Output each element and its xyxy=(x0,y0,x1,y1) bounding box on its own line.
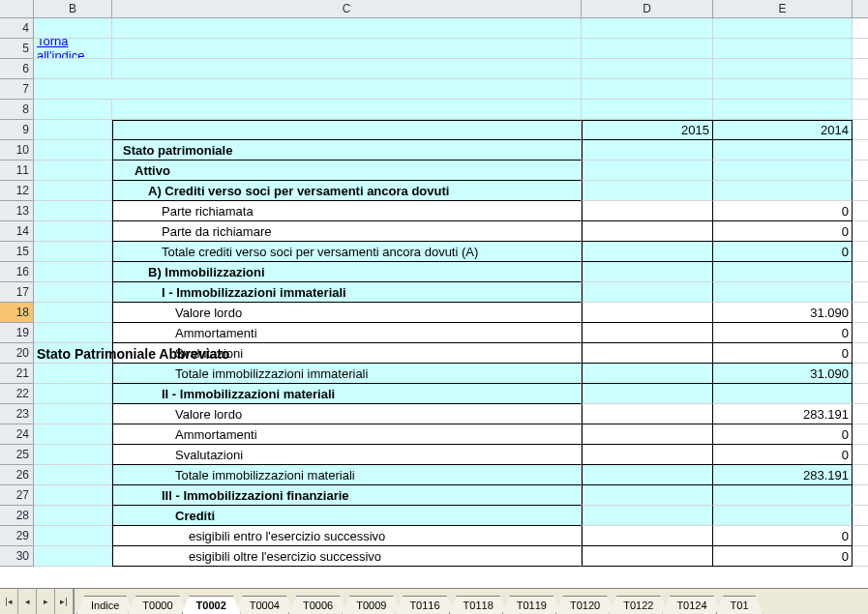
cell[interactable] xyxy=(582,506,713,526)
row-header[interactable]: 30 xyxy=(0,546,33,567)
row-header[interactable]: 15 xyxy=(0,242,33,262)
cell[interactable] xyxy=(853,79,868,100)
cell[interactable] xyxy=(582,18,713,39)
cell[interactable]: 31.090 xyxy=(713,303,853,323)
cell[interactable] xyxy=(582,323,713,343)
year-2015[interactable]: 2015 xyxy=(582,120,713,140)
cell[interactable]: 283.191 xyxy=(713,404,853,424)
cell[interactable] xyxy=(853,120,868,140)
sheet-tab[interactable]: T0118 xyxy=(449,596,508,614)
row-header[interactable]: 18 xyxy=(0,303,33,323)
cell[interactable] xyxy=(582,404,713,424)
cell[interactable] xyxy=(582,465,713,485)
cell[interactable] xyxy=(853,282,868,303)
cell[interactable] xyxy=(582,445,713,465)
cell[interactable]: 0 xyxy=(713,526,853,546)
cell[interactable] xyxy=(853,242,868,262)
cell[interactable] xyxy=(853,485,868,506)
cell[interactable]: 0 xyxy=(713,343,853,364)
cell[interactable] xyxy=(713,181,853,201)
col-header-E[interactable]: E xyxy=(713,0,853,17)
row-header[interactable]: 5 xyxy=(0,39,33,59)
cell[interactable] xyxy=(112,59,582,79)
cell[interactable] xyxy=(713,506,853,526)
row-header[interactable]: 12 xyxy=(0,181,33,201)
sheet-tab[interactable]: T0009 xyxy=(342,596,401,614)
tab-nav-prev-icon[interactable]: ◂ xyxy=(18,589,37,614)
sheet-tab[interactable]: T0124 xyxy=(662,596,721,614)
cell[interactable] xyxy=(582,364,713,384)
col-header-D[interactable]: D xyxy=(582,0,713,17)
cell[interactable] xyxy=(582,181,713,201)
cell[interactable] xyxy=(853,343,868,364)
cell[interactable] xyxy=(853,323,868,343)
sheet-tab[interactable]: T0006 xyxy=(288,596,347,614)
cell[interactable]: 0 xyxy=(713,424,853,445)
cell[interactable] xyxy=(582,242,713,262)
cell[interactable] xyxy=(853,262,868,282)
cell[interactable] xyxy=(853,424,868,445)
cell[interactable] xyxy=(853,100,868,120)
sheet-tab[interactable]: T0119 xyxy=(502,596,561,614)
cell[interactable] xyxy=(582,161,713,181)
cell[interactable] xyxy=(853,546,868,567)
cell[interactable]: 0 xyxy=(713,546,853,567)
cell[interactable] xyxy=(713,39,853,59)
col-header-B[interactable]: B xyxy=(34,0,112,17)
cell[interactable] xyxy=(853,221,868,242)
cell[interactable] xyxy=(582,384,713,404)
tab-nav-next-icon[interactable]: ▸ xyxy=(37,589,55,614)
cell[interactable] xyxy=(582,303,713,323)
tab-nav-first-icon[interactable]: |◂ xyxy=(0,589,18,614)
sheet-tab[interactable]: T01 xyxy=(716,596,763,614)
cell[interactable]: 31.090 xyxy=(713,364,853,384)
cell[interactable] xyxy=(582,100,713,120)
cell[interactable] xyxy=(582,424,713,445)
col-header-C[interactable]: C xyxy=(112,0,582,17)
cell[interactable] xyxy=(853,465,868,485)
row-header[interactable]: 22 xyxy=(0,384,33,404)
cell[interactable] xyxy=(853,526,868,546)
cell[interactable] xyxy=(853,39,868,59)
row-header[interactable]: 9 xyxy=(0,120,33,140)
cell[interactable] xyxy=(853,506,868,526)
cell[interactable] xyxy=(853,59,868,79)
cell[interactable] xyxy=(853,404,868,424)
row-header[interactable]: 26 xyxy=(0,465,33,485)
row-header[interactable]: 23 xyxy=(0,404,33,424)
cell[interactable] xyxy=(582,485,713,506)
cell[interactable] xyxy=(713,262,853,282)
row-header[interactable]: 11 xyxy=(0,161,33,181)
cell[interactable]: 0 xyxy=(713,221,853,242)
cell[interactable] xyxy=(582,140,713,161)
cell[interactable] xyxy=(582,343,713,364)
cell[interactable]: 0 xyxy=(713,445,853,465)
cell[interactable] xyxy=(853,161,868,181)
cell[interactable]: 0 xyxy=(713,242,853,262)
cell[interactable] xyxy=(112,18,582,39)
cell[interactable] xyxy=(853,384,868,404)
row-header[interactable]: 6 xyxy=(0,59,33,79)
row-header[interactable]: 7 xyxy=(0,79,33,100)
row-header[interactable]: 25 xyxy=(0,445,33,465)
cell[interactable]: 283.191 xyxy=(713,465,853,485)
cell[interactable] xyxy=(853,445,868,465)
row-header[interactable]: 4 xyxy=(0,18,33,39)
cell[interactable] xyxy=(853,18,868,39)
sheet-tab[interactable]: T0116 xyxy=(395,596,454,614)
row-header[interactable]: 8 xyxy=(0,100,33,120)
row-header[interactable]: 28 xyxy=(0,506,33,526)
cell[interactable] xyxy=(713,282,853,303)
cell[interactable] xyxy=(713,18,853,39)
cell[interactable] xyxy=(112,39,582,59)
row-header[interactable]: 21 xyxy=(0,364,33,384)
select-all-corner[interactable] xyxy=(0,0,34,17)
cell[interactable] xyxy=(582,262,713,282)
index-link[interactable]: Torna all'indice xyxy=(34,39,111,58)
cell[interactable] xyxy=(853,140,868,161)
tab-nav-last-icon[interactable]: ▸| xyxy=(55,589,74,614)
cell[interactable] xyxy=(34,59,112,79)
year-2014[interactable]: 2014 xyxy=(713,120,853,140)
cell[interactable] xyxy=(582,201,713,221)
cell[interactable] xyxy=(713,59,853,79)
